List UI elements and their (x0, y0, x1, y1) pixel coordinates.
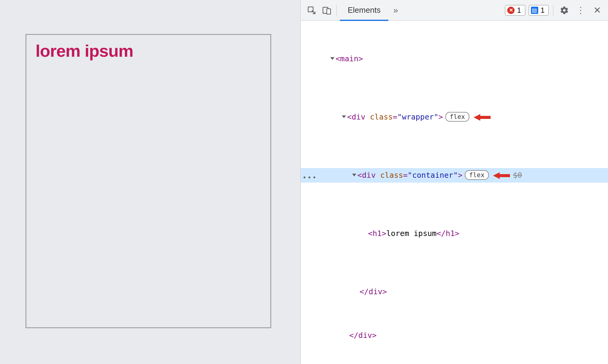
kebab-icon[interactable]: ⋮ (574, 4, 587, 17)
svg-rect-2 (327, 9, 331, 14)
dom-node-wrapper-close[interactable]: </div> (301, 328, 608, 343)
devtools-toolbar: Elements » ✕ 1 ▤ 1 ⋮ ✕ (301, 0, 608, 21)
close-icon[interactable]: ✕ (590, 4, 604, 17)
message-badge[interactable]: ▤ 1 (529, 5, 549, 16)
toolbar-separator (336, 5, 337, 16)
message-count: 1 (541, 6, 545, 15)
page-preview: lorem ipsum (0, 0, 300, 364)
inspect-icon[interactable] (305, 4, 318, 17)
toolbar-separator (553, 5, 553, 16)
error-icon: ✕ (507, 7, 515, 14)
device-toggle-icon[interactable] (320, 4, 333, 17)
selected-node-token: $0 (513, 171, 522, 180)
flex-badge[interactable]: flex (465, 170, 489, 180)
error-count: 1 (517, 6, 521, 15)
preview-container: lorem ipsum (25, 34, 271, 328)
svg-marker-4 (493, 172, 510, 179)
annotation-arrow-icon (474, 113, 491, 122)
preview-heading: lorem ipsum (35, 41, 261, 61)
tabs-overflow-icon[interactable]: » (390, 5, 401, 15)
annotation-arrow-icon (493, 171, 510, 180)
dom-tree[interactable]: <main> <div class="wrapper">flex •••<div… (301, 21, 608, 364)
svg-marker-3 (474, 114, 491, 121)
devtools-panel: Elements » ✕ 1 ▤ 1 ⋮ ✕ <main> <div class… (300, 0, 608, 364)
tab-elements[interactable]: Elements (340, 0, 388, 21)
dom-node-container-close[interactable]: </div> (301, 285, 608, 299)
settings-icon[interactable] (558, 4, 571, 17)
dom-node-container[interactable]: •••<div class="container">flex$0 (301, 168, 608, 183)
error-badge[interactable]: ✕ 1 (505, 5, 525, 16)
dom-node-wrapper[interactable]: <div class="wrapper">flex (301, 110, 608, 124)
flex-badge[interactable]: flex (445, 112, 469, 122)
dom-node-h1[interactable]: <h1>lorem ipsum</h1> (301, 226, 608, 241)
message-icon: ▤ (531, 7, 538, 14)
dom-node-main[interactable]: <main> (301, 52, 608, 66)
